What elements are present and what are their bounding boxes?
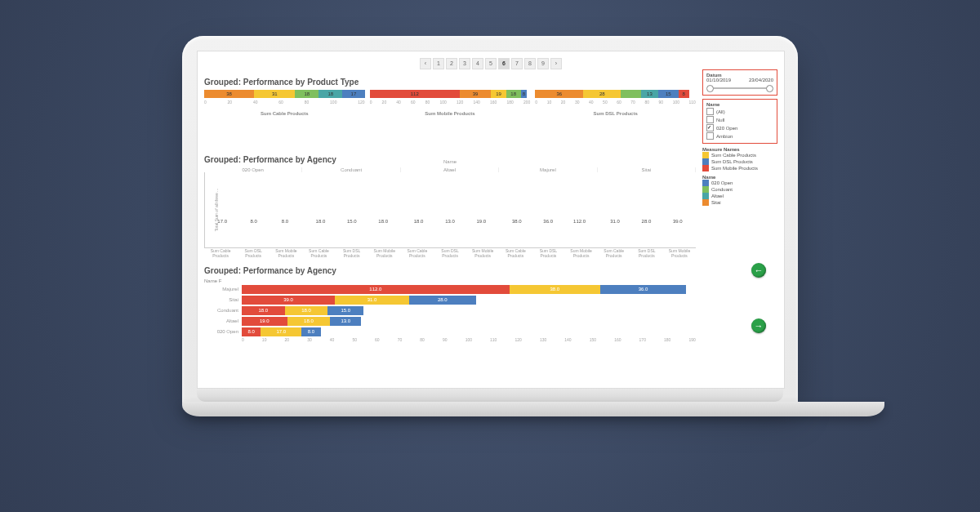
- page-4[interactable]: 4: [472, 58, 483, 69]
- arrow-right-icon: →: [755, 321, 764, 331]
- page-7[interactable]: 7: [511, 58, 523, 69]
- stacked-row: 020 Open8.017.08.0: [204, 327, 696, 336]
- section3-header: Name F: [204, 278, 696, 283]
- legend-item: Sum Mobile Products: [702, 165, 777, 171]
- legend-name-item: Conduant: [702, 186, 777, 193]
- filter-datum-end: 23/04/2020: [749, 78, 773, 82]
- filter-option-(All)[interactable]: (All): [706, 108, 773, 115]
- stage: ‹123456789› Grouped: Performance by Prod…: [0, 0, 980, 512]
- next-button[interactable]: →: [751, 318, 766, 333]
- section3-title: Grouped: Performance by Agency: [204, 266, 696, 275]
- filter-option-020 Open[interactable]: 020 Open: [706, 124, 773, 131]
- arrow-left-icon: ←: [755, 265, 764, 275]
- prev-button[interactable]: ←: [751, 263, 766, 278]
- page-3[interactable]: 3: [459, 58, 470, 69]
- section2-axis-label: Name: [443, 159, 457, 164]
- page-‹[interactable]: ‹: [420, 58, 431, 69]
- page-2[interactable]: 2: [446, 58, 457, 69]
- dashboard-screen: ‹123456789› Grouped: Performance by Prod…: [197, 51, 785, 389]
- laptop-keyboard: [182, 402, 884, 416]
- legend-item: Sum Cable Products: [702, 152, 777, 158]
- page-9[interactable]: 9: [537, 58, 549, 69]
- filter-datum-start: 01/10/2019: [706, 78, 731, 82]
- section2-xlabels: Sum Cable ProductsSum DSL ProductsSum Mo…: [204, 249, 696, 258]
- page-1[interactable]: 1: [433, 58, 444, 69]
- pagination[interactable]: ‹123456789›: [204, 58, 777, 69]
- legend-name-item: 020 Open: [702, 180, 777, 186]
- laptop-mockup: ‹123456789› Grouped: Performance by Prod…: [182, 36, 798, 416]
- legend-name-item: Sitai: [702, 199, 777, 206]
- filter-name[interactable]: Name (All)Null020 OpenAmbion: [702, 99, 777, 144]
- filter-datum[interactable]: Datum 01/10/2019 23/04/2020: [702, 69, 777, 96]
- section1-title: Grouped: Performance by Product Type: [204, 78, 696, 87]
- filter-option-Ambion[interactable]: Ambion: [706, 132, 773, 140]
- laptop-base: [197, 389, 783, 402]
- chart-agency-stacked: Majurel112.038.036.0Sitai39.031.028.0Con…: [204, 284, 696, 336]
- stacked-row: Altael19.018.013.0: [204, 316, 696, 326]
- laptop-bezel: ‹123456789› Grouped: Performance by Prod…: [182, 36, 798, 402]
- page-5[interactable]: 5: [485, 58, 497, 69]
- stacked-row: Conduant18.018.015.0: [204, 305, 696, 315]
- page-›[interactable]: ›: [550, 58, 562, 69]
- chart-product-type: 3831181817020406080100120Sum Cable Produ…: [204, 90, 696, 116]
- section2-ylabel: Total Sum of all three ...: [214, 189, 219, 232]
- legend-measures: Measure Names Sum Cable ProductsSum DSL …: [702, 147, 777, 206]
- filter-name-title: Name: [706, 102, 773, 107]
- legend-name-item: Altael: [702, 193, 777, 199]
- stacked-row: Majurel112.038.036.0: [204, 284, 696, 294]
- page-8[interactable]: 8: [524, 58, 536, 69]
- page-6[interactable]: 6: [498, 58, 510, 69]
- datum-slider[interactable]: [706, 86, 773, 91]
- legend-item: Sum DSL Products: [702, 158, 777, 165]
- filter-option-Null[interactable]: Null: [706, 116, 773, 123]
- chart-agency-grouped: Total Sum of all three ... 17.08.08.018.…: [204, 172, 696, 248]
- section3-axis: 0102030405060708090100110120130140150160…: [242, 337, 696, 342]
- stacked-row: Sitai39.031.028.0: [204, 295, 696, 305]
